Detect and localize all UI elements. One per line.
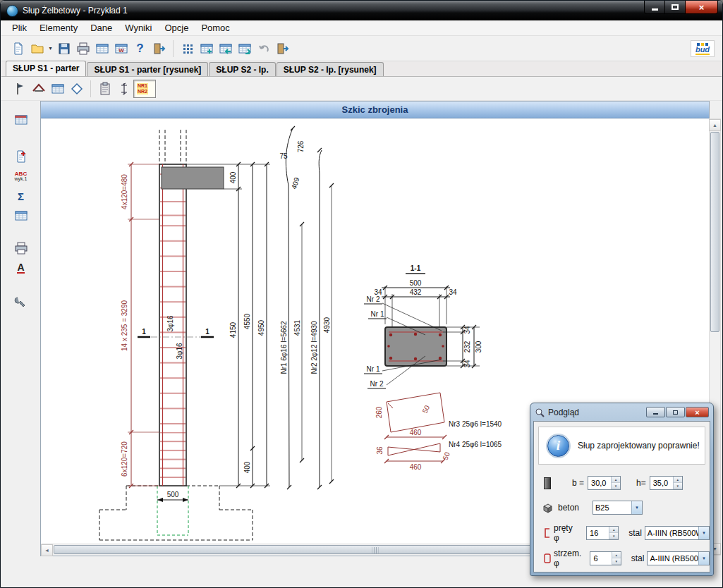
menu-dane[interactable]: Dane bbox=[84, 21, 119, 35]
menu-wyniki[interactable]: Wyniki bbox=[119, 21, 158, 35]
grid-view-button[interactable] bbox=[178, 39, 197, 58]
new-file-button[interactable] bbox=[8, 39, 28, 58]
tab-slup-s2-ip[interactable]: SŁUP S2 - Ip. bbox=[209, 62, 275, 76]
dim-label: 409 bbox=[290, 176, 301, 190]
diamond-view-button[interactable] bbox=[67, 79, 86, 98]
pin-button[interactable] bbox=[10, 79, 29, 98]
panel-title: Szkic zbrojenia bbox=[342, 104, 408, 115]
cross-section: 1-1 500 34 432 34 bbox=[364, 264, 482, 388]
menu-opcje[interactable]: Opcje bbox=[158, 21, 195, 35]
export-word-button[interactable]: W bbox=[111, 39, 130, 58]
spinner-up-icon[interactable]: ▴ bbox=[612, 477, 620, 483]
sigma-icon: Σ bbox=[18, 190, 24, 202]
dialog-maximize-button[interactable] bbox=[666, 407, 685, 417]
dialog-message-panel: i Słup zaprojektowany poprawnie! bbox=[538, 427, 705, 465]
spinner-down-icon[interactable]: ▾ bbox=[612, 483, 620, 489]
table-view-button[interactable] bbox=[48, 79, 67, 98]
save-button[interactable] bbox=[54, 39, 73, 58]
column-elevation bbox=[151, 130, 224, 486]
strzem-value[interactable]: 6 bbox=[590, 552, 611, 565]
spinner-up-icon[interactable]: ▴ bbox=[674, 477, 682, 483]
beton-label: beton bbox=[558, 503, 579, 513]
minimize-icon bbox=[653, 413, 658, 415]
help-button[interactable]: ? bbox=[130, 39, 150, 58]
dropdown-arrow-icon[interactable]: ▼ bbox=[698, 527, 709, 539]
dialog-minimize-button[interactable] bbox=[646, 407, 665, 417]
h-field[interactable]: 35,0 ▴▾ bbox=[650, 476, 683, 490]
clipboard-button[interactable] bbox=[95, 79, 114, 98]
run-export-button[interactable] bbox=[273, 39, 292, 58]
dim-label: 300 bbox=[475, 341, 482, 353]
dim-label: 34 bbox=[463, 326, 471, 334]
titlebar[interactable]: Słup Żelbetowy - Przykład 1 × bbox=[1, 1, 722, 20]
dim-label: 260 bbox=[375, 406, 383, 418]
prety-value[interactable]: 16 bbox=[587, 527, 609, 539]
bar-numbers-toggle[interactable]: NR1 NR2 bbox=[133, 80, 156, 98]
wyk-label: wyk.1 bbox=[15, 176, 28, 181]
dim-label: 4550 bbox=[243, 313, 251, 329]
dropdown-arrow-icon[interactable]: ▼ bbox=[698, 552, 709, 565]
dims-row: b = 30,0 ▴▾ h= 35,0 ▴▾ bbox=[534, 475, 710, 491]
tab-slup-s1-parter[interactable]: SŁUP S1 - parter bbox=[6, 61, 86, 76]
dialog-close-button[interactable]: × bbox=[686, 407, 709, 417]
strzem-label: strzem. φ bbox=[554, 549, 587, 568]
spinner-up-icon[interactable]: ▴ bbox=[612, 552, 621, 558]
dim-label: 50 bbox=[442, 451, 451, 461]
bar-callout: Nr 1 bbox=[367, 365, 380, 373]
menu-plik[interactable]: Plik bbox=[6, 21, 33, 35]
tab-slup-s1-parter-rysunek[interactable]: SŁUP S1 - parter [rysunek] bbox=[87, 62, 208, 76]
beton-select[interactable]: B25 ▼ bbox=[593, 501, 643, 515]
dimension-axis-button[interactable] bbox=[114, 79, 133, 98]
close-icon: × bbox=[699, 2, 705, 13]
schedule-table-button[interactable] bbox=[11, 207, 32, 225]
add-sketch-button[interactable] bbox=[11, 147, 32, 166]
menu-elementy[interactable]: Elementy bbox=[33, 21, 84, 35]
maximize-button[interactable] bbox=[665, 1, 686, 14]
close-button[interactable]: × bbox=[686, 1, 718, 14]
undo-button[interactable] bbox=[254, 39, 273, 58]
dim-label: 14 x 235 = 3290 bbox=[121, 300, 128, 351]
print-button[interactable] bbox=[73, 39, 92, 58]
dim-label: 6x120=720 bbox=[121, 441, 128, 477]
tab-slup-s2-ip-rysunek[interactable]: SŁUP S2 - Ip. [rysunek] bbox=[277, 62, 384, 76]
exit-button[interactable] bbox=[150, 39, 169, 58]
spinner-down-icon[interactable]: ▾ bbox=[674, 483, 682, 489]
minimize-icon bbox=[652, 8, 658, 11]
b-field[interactable]: 30,0 ▴▾ bbox=[588, 476, 621, 490]
dropdown-arrow-icon[interactable]: ▼ bbox=[631, 501, 642, 514]
table-prev-button[interactable] bbox=[216, 39, 235, 58]
scroll-left-arrow[interactable]: ◄ bbox=[41, 544, 53, 556]
dim-label: 500 bbox=[410, 279, 422, 287]
abc-report-button[interactable]: ABCwyk.1 bbox=[11, 167, 32, 185]
stal-select-2[interactable]: A-IIIN (RB500W) ▼ bbox=[647, 551, 710, 565]
table-add-button[interactable] bbox=[197, 39, 216, 58]
dialog-titlebar[interactable]: Podgląd × bbox=[530, 403, 713, 421]
open-file-caret[interactable]: ▾ bbox=[47, 39, 54, 58]
roof-section-button[interactable] bbox=[29, 79, 48, 98]
results-table-button[interactable] bbox=[11, 111, 32, 129]
preview-dialog[interactable]: Podgląd × i Słup zaprojektowany poprawni… bbox=[530, 403, 714, 576]
table-report-button[interactable] bbox=[92, 39, 111, 58]
b-value[interactable]: 30,0 bbox=[588, 477, 611, 489]
bar-callout: Nr 2 bbox=[367, 295, 380, 303]
strzem-field[interactable]: 6 ▴▾ bbox=[590, 551, 621, 565]
stal-select-1[interactable]: A-IIIN (RB500W) ▼ bbox=[645, 526, 710, 540]
font-button[interactable]: A bbox=[11, 259, 32, 277]
sum-button[interactable]: Σ bbox=[11, 187, 32, 205]
dim-label: 500 bbox=[167, 491, 179, 498]
scroll-up-arrow[interactable]: ▲ bbox=[709, 119, 721, 131]
print-drawing-button[interactable] bbox=[11, 239, 32, 257]
spinner-down-icon[interactable]: ▾ bbox=[609, 533, 618, 539]
h-value[interactable]: 35,0 bbox=[650, 477, 673, 489]
vertical-scroll-thumb[interactable] bbox=[710, 132, 719, 332]
stal-value-1: A-IIIN (RB500W) bbox=[645, 529, 698, 537]
open-file-button[interactable] bbox=[28, 39, 47, 58]
spinner-down-icon[interactable]: ▾ bbox=[612, 558, 621, 565]
table-copy-button[interactable] bbox=[235, 39, 254, 58]
section-mark-right: 1 bbox=[205, 328, 209, 336]
minimize-button[interactable] bbox=[644, 1, 665, 14]
spinner-up-icon[interactable]: ▴ bbox=[609, 527, 618, 533]
tools-button[interactable] bbox=[11, 293, 32, 311]
prety-field[interactable]: 16 ▴▾ bbox=[586, 526, 619, 540]
menu-pomoc[interactable]: Pomoc bbox=[195, 21, 236, 35]
